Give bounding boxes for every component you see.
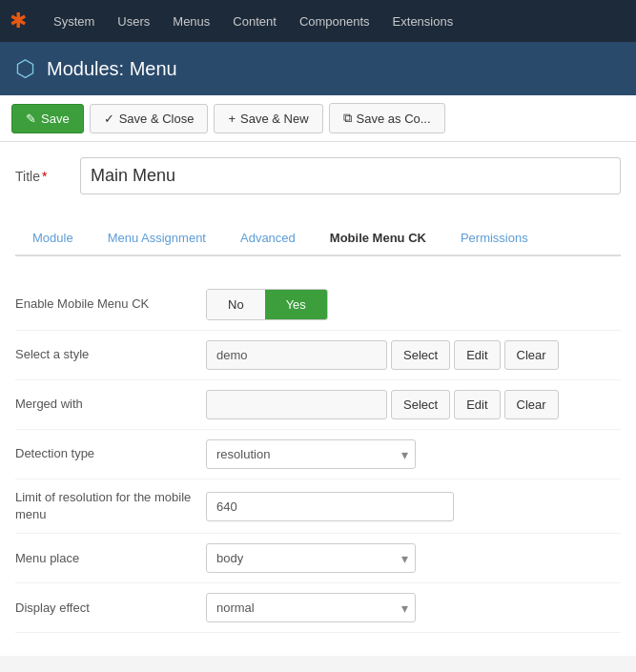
- nav-item-content[interactable]: Content: [221, 0, 288, 42]
- save-icon: ✎: [26, 112, 36, 126]
- save-new-label: Save & New: [240, 112, 309, 126]
- nav-item-extensions[interactable]: Extensions: [381, 0, 465, 42]
- save-button[interactable]: ✎ Save: [11, 104, 84, 133]
- save-copy-label: Save as Co...: [357, 112, 431, 126]
- display-effect-control: normal slide fade: [206, 593, 621, 622]
- merged-with-row: Merged with Select Edit Clear: [15, 380, 621, 430]
- limit-resolution-row: Limit of resolution for the mobile menu: [15, 479, 621, 534]
- check-icon: ✓: [104, 112, 114, 126]
- tabs-bar: Module Menu Assignment Advanced Mobile M…: [15, 221, 621, 256]
- limit-resolution-label: Limit of resolution for the mobile menu: [15, 489, 206, 523]
- detection-type-wrapper: resolution user-agent both: [206, 439, 416, 469]
- nav-item-system[interactable]: System: [42, 0, 106, 42]
- select-style-edit-button[interactable]: Edit: [454, 340, 500, 370]
- form-section: Enable Mobile Menu CK No Yes Select a st…: [15, 272, 621, 641]
- menu-place-select[interactable]: body header footer: [206, 543, 416, 573]
- title-row: Title*: [15, 157, 621, 206]
- enable-mobile-menu-control: No Yes: [206, 289, 621, 320]
- tab-advanced[interactable]: Advanced: [223, 221, 313, 256]
- nav-item-users[interactable]: Users: [106, 0, 161, 42]
- select-style-control: Select Edit Clear: [206, 340, 621, 370]
- merged-with-label: Merged with: [15, 396, 206, 413]
- select-style-row: Select a style Select Edit Clear: [15, 331, 621, 380]
- content-area: Title* Module Menu Assignment Advanced M…: [0, 142, 636, 656]
- detection-type-control: resolution user-agent both: [206, 439, 621, 469]
- page-header: ⬡ Modules: Menu: [0, 42, 636, 95]
- required-star: *: [42, 169, 47, 184]
- limit-resolution-input[interactable]: [206, 492, 454, 521]
- display-effect-select[interactable]: normal slide fade: [206, 593, 416, 622]
- enable-mobile-menu-toggle: No Yes: [206, 289, 328, 320]
- merged-with-input[interactable]: [206, 390, 387, 419]
- plus-icon: +: [228, 112, 236, 126]
- save-new-button[interactable]: + Save & New: [214, 104, 322, 133]
- merged-with-select-button[interactable]: Select: [391, 390, 450, 419]
- module-icon: ⬡: [15, 55, 35, 82]
- toggle-yes-button[interactable]: Yes: [265, 290, 327, 319]
- tab-menu-assignment[interactable]: Menu Assignment: [91, 221, 223, 256]
- save-label: Save: [41, 112, 70, 126]
- detection-type-select[interactable]: resolution user-agent both: [206, 439, 416, 469]
- enable-mobile-menu-row: Enable Mobile Menu CK No Yes: [15, 279, 621, 331]
- detection-type-label: Detection type: [15, 445, 206, 462]
- display-effect-row: Display effect normal slide fade: [15, 583, 621, 633]
- page-title: Modules: Menu: [47, 58, 177, 80]
- top-navigation: ✱ System Users Menus Content Components …: [0, 0, 636, 42]
- merged-with-edit-button[interactable]: Edit: [454, 390, 500, 419]
- tab-permissions[interactable]: Permissions: [443, 221, 545, 256]
- select-style-input[interactable]: [206, 340, 387, 370]
- save-close-label: Save & Close: [119, 112, 195, 126]
- title-label: Title*: [15, 169, 72, 184]
- detection-type-row: Detection type resolution user-agent bot…: [15, 430, 621, 479]
- enable-mobile-menu-label: Enable Mobile Menu CK: [15, 295, 206, 313]
- save-copy-button[interactable]: ⧉ Save as Co...: [329, 103, 445, 133]
- menu-place-wrapper: body header footer: [206, 543, 416, 573]
- merged-with-clear-button[interactable]: Clear: [504, 390, 559, 419]
- toolbar: ✎ Save ✓ Save & Close + Save & New ⧉ Sav…: [0, 95, 636, 142]
- select-style-select-button[interactable]: Select: [391, 340, 450, 370]
- tab-mobile-menu-ck[interactable]: Mobile Menu CK: [313, 221, 443, 256]
- display-effect-wrapper: normal slide fade: [206, 593, 416, 622]
- toggle-no-button[interactable]: No: [207, 290, 265, 319]
- tab-module[interactable]: Module: [15, 221, 91, 256]
- merged-with-control: Select Edit Clear: [206, 390, 621, 419]
- nav-item-menus[interactable]: Menus: [161, 0, 221, 42]
- select-style-label: Select a style: [15, 346, 206, 363]
- title-input[interactable]: [80, 157, 621, 194]
- save-close-button[interactable]: ✓ Save & Close: [90, 104, 209, 133]
- display-effect-label: Display effect: [15, 600, 206, 617]
- nav-item-components[interactable]: Components: [288, 0, 381, 42]
- copy-icon: ⧉: [343, 111, 352, 126]
- menu-place-label: Menu place: [15, 550, 206, 567]
- limit-resolution-control: [206, 492, 621, 521]
- joomla-logo-icon: ✱: [10, 9, 27, 33]
- menu-place-row: Menu place body header footer: [15, 534, 621, 583]
- menu-place-control: body header footer: [206, 543, 621, 573]
- select-style-clear-button[interactable]: Clear: [504, 340, 559, 370]
